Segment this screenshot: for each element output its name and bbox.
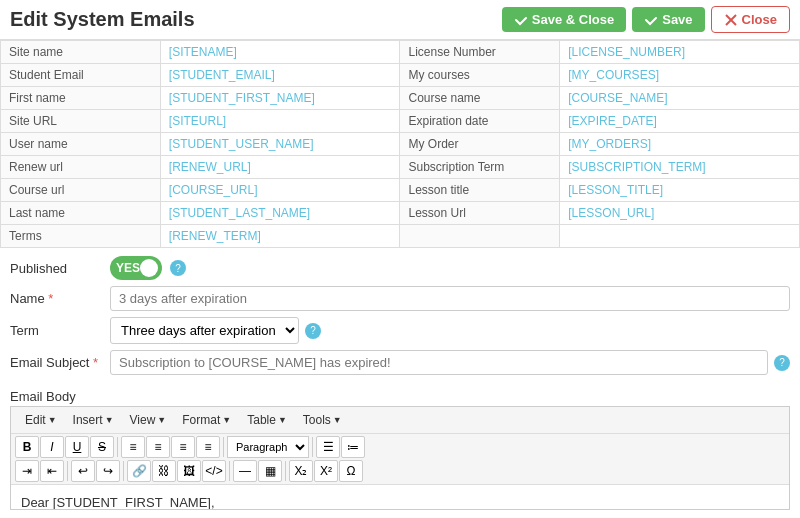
var-value-right: [MY_ORDERS] <box>560 133 800 156</box>
var-label-left: Terms <box>1 225 161 248</box>
editor-toolbar: B I U S ≡ ≡ ≡ ≡ Paragraph ☰ ≔ ⇥ ⇤ <box>11 434 789 485</box>
term-row: Term Three days after expiration ? <box>10 317 790 344</box>
var-label-left: First name <box>1 87 161 110</box>
email-subject-wrap: ? <box>110 350 790 375</box>
editor-body[interactable]: Dear [STUDENT_FIRST_NAME],Your [SUBSCRIP… <box>11 485 789 509</box>
align-justify-button[interactable]: ≡ <box>196 436 220 458</box>
unordered-list-button[interactable]: ☰ <box>316 436 340 458</box>
variable-row: User name [STUDENT_USER_NAME] My Order [… <box>1 133 800 156</box>
email-subject-input[interactable] <box>110 350 768 375</box>
close-button[interactable]: Close <box>711 6 790 33</box>
code-button[interactable]: </> <box>202 460 226 482</box>
bottom-pad <box>0 510 800 518</box>
var-label-right: Subscription Term <box>400 156 560 179</box>
email-subject-help-icon[interactable]: ? <box>774 355 790 371</box>
var-value-right: [LICENSE_NUMBER] <box>560 41 800 64</box>
align-center-button[interactable]: ≡ <box>146 436 170 458</box>
var-label-left: Site URL <box>1 110 161 133</box>
toolbar-row-1: B I U S ≡ ≡ ≡ ≡ Paragraph ☰ ≔ <box>15 436 785 458</box>
subscript-button[interactable]: X₂ <box>289 460 313 482</box>
indent-button[interactable]: ⇥ <box>15 460 39 482</box>
form-section: Published YES ? Name Term <box>0 248 800 389</box>
hr-button[interactable]: — <box>233 460 257 482</box>
align-right-button[interactable]: ≡ <box>171 436 195 458</box>
variable-row: Last name [STUDENT_LAST_NAME] Lesson Url… <box>1 202 800 225</box>
published-help-icon[interactable]: ? <box>170 260 186 276</box>
header-buttons: Save & Close Save Close <box>502 6 790 33</box>
variable-row: First name [STUDENT_FIRST_NAME] Course n… <box>1 87 800 110</box>
ordered-list-button[interactable]: ≔ <box>341 436 365 458</box>
table-insert-button[interactable]: ▦ <box>258 460 282 482</box>
email-subject-row: Email Subject ? <box>10 350 790 375</box>
edit-arrow: ▼ <box>48 415 57 425</box>
special-chars-button[interactable]: Ω <box>339 460 363 482</box>
underline-button[interactable]: U <box>65 436 89 458</box>
var-label-right: Lesson title <box>400 179 560 202</box>
var-value-right: [LESSON_URL] <box>560 202 800 225</box>
term-control-wrap: Three days after expiration ? <box>110 317 790 344</box>
save-close-button[interactable]: Save & Close <box>502 7 626 32</box>
page-title: Edit System Emails <box>10 8 195 31</box>
var-value-right: [MY_COURSES] <box>560 64 800 87</box>
menu-edit[interactable]: Edit ▼ <box>17 410 65 430</box>
paragraph-select[interactable]: Paragraph <box>227 436 309 458</box>
term-select[interactable]: Three days after expiration <box>110 317 299 344</box>
menu-tools[interactable]: Tools ▼ <box>295 410 350 430</box>
variable-row: Site URL [SITEURL] Expiration date [EXPI… <box>1 110 800 133</box>
name-row: Name <box>10 286 790 311</box>
toolbar-sep-7 <box>285 461 286 481</box>
link-button[interactable]: 🔗 <box>127 460 151 482</box>
insert-arrow: ▼ <box>105 415 114 425</box>
var-value-right: [COURSE_NAME] <box>560 87 800 110</box>
tools-arrow: ▼ <box>333 415 342 425</box>
bold-button[interactable]: B <box>15 436 39 458</box>
toolbar-sep-1 <box>117 437 118 457</box>
var-label-left: Site name <box>1 41 161 64</box>
toggle-slider: YES <box>110 256 162 280</box>
toolbar-sep-6 <box>229 461 230 481</box>
save-button[interactable]: Save <box>632 7 704 32</box>
var-value-left: [RENEW_TERM] <box>160 225 400 248</box>
outdent-button[interactable]: ⇤ <box>40 460 64 482</box>
align-left-button[interactable]: ≡ <box>121 436 145 458</box>
var-label-right: Course name <box>400 87 560 110</box>
editor-container: Edit ▼ Insert ▼ View ▼ Format ▼ Table ▼ … <box>10 406 790 510</box>
published-label: Published <box>10 261 110 276</box>
email-subject-label: Email Subject <box>10 355 110 370</box>
toolbar-sep-4 <box>67 461 68 481</box>
published-toggle[interactable]: YES <box>110 256 162 280</box>
var-value-left: [COURSE_URL] <box>160 179 400 202</box>
variable-row: Course url [COURSE_URL] Lesson title [LE… <box>1 179 800 202</box>
term-help-icon[interactable]: ? <box>305 323 321 339</box>
redo-button[interactable]: ↪ <box>96 460 120 482</box>
var-label-left: Course url <box>1 179 161 202</box>
name-input[interactable] <box>110 286 790 311</box>
editor-menu: Edit ▼ Insert ▼ View ▼ Format ▼ Table ▼ … <box>11 407 789 434</box>
menu-format[interactable]: Format ▼ <box>174 410 239 430</box>
italic-button[interactable]: I <box>40 436 64 458</box>
var-value-left: [STUDENT_FIRST_NAME] <box>160 87 400 110</box>
image-button[interactable]: 🖼 <box>177 460 201 482</box>
var-value-right: [EXPIRE_DATE] <box>560 110 800 133</box>
menu-table[interactable]: Table ▼ <box>239 410 295 430</box>
checkmark-icon <box>514 13 528 27</box>
variable-row: Renew url [RENEW_URL] Subscription Term … <box>1 156 800 179</box>
var-value-left: [STUDENT_EMAIL] <box>160 64 400 87</box>
menu-insert[interactable]: Insert ▼ <box>65 410 122 430</box>
var-value-left: [STUDENT_USER_NAME] <box>160 133 400 156</box>
email-body-label: Email Body <box>0 389 800 404</box>
format-arrow: ▼ <box>222 415 231 425</box>
variables-table: Site name [SITENAME] License Number [LIC… <box>0 40 800 248</box>
var-label-right: Expiration date <box>400 110 560 133</box>
unlink-button[interactable]: ⛓ <box>152 460 176 482</box>
close-icon <box>724 13 738 27</box>
name-control-wrap <box>110 286 790 311</box>
undo-button[interactable]: ↩ <box>71 460 95 482</box>
strikethrough-button[interactable]: S <box>90 436 114 458</box>
header: Edit System Emails Save & Close Save Clo… <box>0 0 800 40</box>
published-row: Published YES ? <box>10 256 790 280</box>
var-value-right: [LESSON_TITLE] <box>560 179 800 202</box>
menu-view[interactable]: View ▼ <box>122 410 175 430</box>
superscript-button[interactable]: X² <box>314 460 338 482</box>
var-label-left: Renew url <box>1 156 161 179</box>
